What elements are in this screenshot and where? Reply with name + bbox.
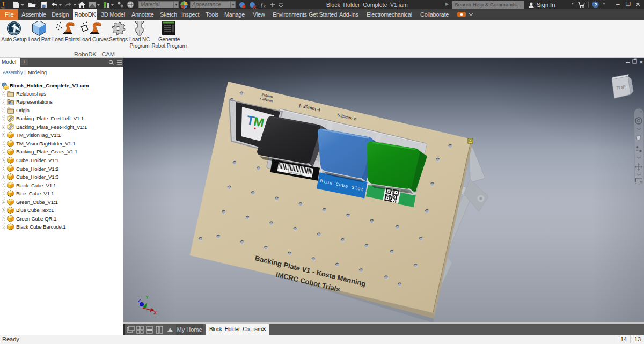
svg-text:Relationships: Relationships [16, 91, 46, 97]
svg-text:TM_VisionTag_V1:1: TM_VisionTag_V1:1 [16, 132, 61, 138]
svg-text:Black Cube Barcode:1: Black Cube Barcode:1 [16, 224, 65, 230]
svg-text:Cube_Holder_V1:3: Cube_Holder_V1:3 [16, 174, 58, 180]
svg-text:X: X [153, 310, 157, 316]
svg-text:f: f [261, 2, 263, 8]
svg-text:Blue_Cube_V1:1: Blue_Cube_V1:1 [16, 191, 54, 196]
svg-text:Green Cube QR:1: Green Cube QR:1 [16, 216, 56, 222]
svg-text:Block_Holder_Complete_V1.iam: Block_Holder_Complete_V1.iam [10, 83, 89, 89]
svg-text:Backing_Plate_Feet-Left_V1:1: Backing_Plate_Feet-Left_V1:1 [16, 115, 84, 121]
svg-text:Blue Cube Text:1: Blue Cube Text:1 [16, 207, 54, 213]
svg-text:Z: Z [138, 298, 141, 303]
svg-text:Cube_Holder_V1:1: Cube_Holder_V1:1 [16, 157, 58, 163]
svg-text:Origin: Origin [16, 107, 30, 113]
svg-text:x: x [263, 4, 266, 8]
svg-text:Backing_Plate_Feet-Right_V1:1: Backing_Plate_Feet-Right_V1:1 [16, 124, 87, 130]
svg-text:Black_Cube_V1:1: Black_Cube_V1:1 [16, 182, 56, 188]
svg-text:Cube_Holder_V1:2: Cube_Holder_V1:2 [16, 166, 58, 172]
svg-text:TM_VisionTagHolder_V1:1: TM_VisionTagHolder_V1:1 [16, 141, 76, 147]
svg-text:✕: ✕ [639, 60, 643, 65]
svg-text:Green_Cube_V1:1: Green_Cube_V1:1 [16, 199, 58, 205]
svg-text:x: x [640, 110, 642, 113]
svg-text:?: ? [594, 2, 597, 8]
svg-text:Representations: Representations [16, 99, 53, 105]
svg-text:Y: Y [145, 295, 149, 300]
svg-text:Backing_Plate_Gears_V1:1: Backing_Plate_Gears_V1:1 [16, 149, 77, 155]
